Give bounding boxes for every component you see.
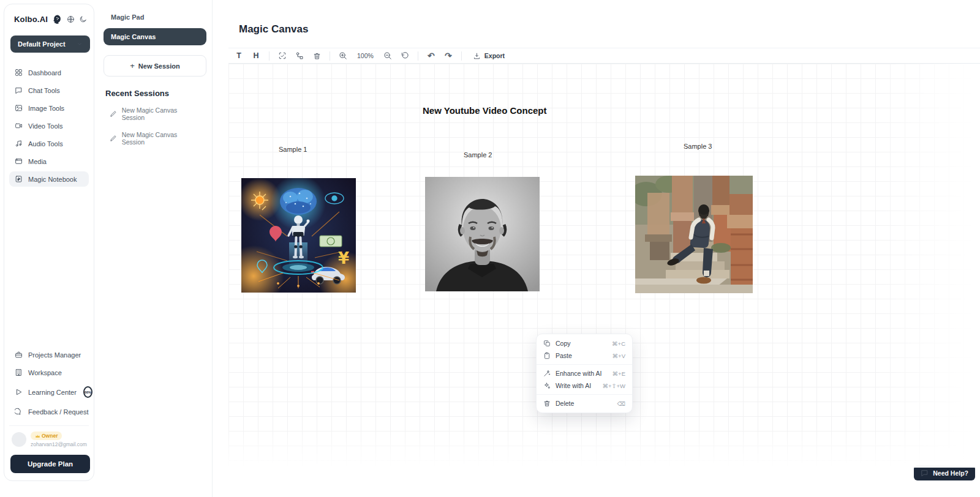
- canvas-text-heading[interactable]: New Youtube Video Concept: [423, 105, 547, 116]
- text-tool[interactable]: T: [232, 50, 246, 62]
- chat-icon: [15, 86, 23, 94]
- undo-icon[interactable]: ↶: [424, 50, 438, 62]
- sidebar-item-feedback[interactable]: Feedback / Request: [9, 404, 89, 419]
- zoom-in-icon[interactable]: [336, 50, 350, 62]
- app-root: Kolbo.AI Default Project Dashboard Chat …: [0, 0, 980, 497]
- logo-row: Kolbo.AI: [9, 14, 89, 24]
- image-icon: [15, 104, 23, 112]
- export-label: Export: [484, 52, 505, 59]
- sidebar-item-media[interactable]: Media: [9, 154, 89, 169]
- sidebar-item-learning-center[interactable]: Learning Center 66%: [9, 383, 89, 402]
- new-session-button[interactable]: + New Session: [104, 55, 206, 77]
- canvas-text-sample-1[interactable]: Sample 1: [279, 146, 307, 153]
- menu-item-label: Delete: [556, 400, 574, 407]
- toolbar-divider: [418, 51, 418, 61]
- menu-divider: [537, 394, 632, 395]
- menu-item-delete[interactable]: Delete ⌫: [537, 397, 632, 409]
- canvas-image-sample-3[interactable]: [635, 176, 753, 293]
- avatar: [12, 432, 26, 447]
- pencil-icon: [110, 135, 117, 142]
- session-panel: Magic Pad Magic Canvas + New Session Rec…: [98, 0, 213, 497]
- menu-item-paste[interactable]: Paste ⌘+V: [537, 349, 632, 362]
- menu-item-label: Write with AI: [556, 382, 591, 389]
- project-selector-label: Default Project: [18, 40, 66, 48]
- new-session-label: New Session: [138, 62, 180, 70]
- canvas-image-sample-2[interactable]: [425, 177, 540, 291]
- menu-item-write-with-ai[interactable]: Write with AI ⌘+⇧+W: [537, 379, 632, 392]
- canvas-toolbar: T H 100% ↶ ↷: [228, 48, 980, 64]
- menu-shortcut: ⌘+E: [612, 370, 625, 377]
- download-icon: [473, 52, 481, 60]
- canvas-text-sample-2[interactable]: Sample 2: [464, 151, 492, 159]
- sidebar-item-label: Learning Center: [28, 389, 77, 396]
- flow-connector-icon[interactable]: [293, 50, 306, 62]
- sidebar-item-label: Chat Tools: [28, 87, 60, 94]
- user-meta: Owner zoharvan12@gmail.com: [31, 432, 86, 447]
- sidebar-item-video-tools[interactable]: Video Tools: [9, 118, 89, 133]
- sidebar-item-projects-manager[interactable]: Projects Manager: [9, 347, 89, 362]
- menu-shortcut: ⌘+V: [612, 353, 625, 359]
- sidebar-item-label: Media: [28, 158, 47, 165]
- session-item-label: New Magic Canvas Session: [122, 106, 200, 121]
- toolbar-divider: [461, 51, 462, 61]
- session-list-item[interactable]: New Magic Canvas Session: [104, 102, 206, 126]
- audio-icon: [15, 140, 23, 148]
- moon-icon[interactable]: [79, 15, 87, 23]
- notebook-icon: [15, 175, 23, 183]
- feedback-bubble-icon: [15, 408, 23, 416]
- redo-icon[interactable]: ↷: [442, 50, 455, 62]
- brand-logo: Kolbo.AI: [14, 15, 48, 24]
- upgrade-plan-button[interactable]: Upgrade Plan: [10, 455, 90, 473]
- sidebar-footer-nav: Projects Manager Workspace Learning Cent…: [9, 347, 89, 419]
- menu-shortcut: ⌘+C: [612, 340, 625, 347]
- briefcase-icon: [15, 351, 23, 359]
- svg-text:¥: ¥: [338, 249, 349, 267]
- need-help-label: Need Help?: [933, 469, 968, 477]
- main-area: Magic Canvas T H 100%: [213, 0, 980, 497]
- sidebar-item-label: Magic Notebook: [28, 176, 77, 183]
- crown-icon: [35, 433, 40, 439]
- toolbar-divider: [330, 51, 330, 61]
- primary-sidebar: Kolbo.AI Default Project Dashboard Chat …: [4, 4, 94, 481]
- heading-tool[interactable]: H: [249, 50, 263, 62]
- building-icon: [15, 368, 23, 376]
- session-item-label: New Magic Canvas Session: [122, 131, 200, 146]
- panel-item-magic-canvas[interactable]: Magic Canvas: [104, 28, 206, 45]
- session-list-item[interactable]: New Magic Canvas Session: [104, 126, 206, 151]
- chevron-down-icon: [77, 41, 83, 47]
- project-selector[interactable]: Default Project: [10, 36, 90, 53]
- sidebar-item-audio-tools[interactable]: Audio Tools: [9, 136, 89, 151]
- canvas-image-sample-1[interactable]: ¥: [241, 178, 356, 293]
- trash-tool-icon[interactable]: [310, 50, 323, 62]
- magic-wand-icon: [543, 370, 551, 377]
- zoom-level[interactable]: 100%: [353, 52, 377, 59]
- canvas-text-sample-3[interactable]: Sample 3: [684, 143, 712, 150]
- sidebar-item-chat-tools[interactable]: Chat Tools: [9, 83, 89, 98]
- sidebar-spacer: [9, 187, 89, 347]
- sidebar-item-dashboard[interactable]: Dashboard: [9, 65, 89, 80]
- menu-item-label: Enhance with AI: [556, 370, 601, 377]
- export-button[interactable]: Export: [468, 50, 510, 62]
- menu-item-copy[interactable]: Copy ⌘+C: [537, 337, 632, 349]
- need-help-button[interactable]: Need Help?: [914, 465, 975, 480]
- owner-badge: Owner: [31, 432, 62, 440]
- globe-icon[interactable]: [67, 15, 75, 23]
- zoom-out-icon[interactable]: [381, 50, 394, 62]
- sidebar-item-label: Workspace: [28, 369, 62, 376]
- video-icon: [15, 122, 23, 130]
- user-account-row[interactable]: Owner zoharvan12@gmail.com: [9, 425, 89, 452]
- auto-select-icon[interactable]: [276, 50, 289, 62]
- sidebar-item-magic-notebook[interactable]: Magic Notebook: [9, 171, 89, 187]
- sidebar-item-workspace[interactable]: Workspace: [9, 365, 89, 380]
- menu-item-enhance-with-ai[interactable]: Enhance with AI ⌘+E: [537, 367, 632, 379]
- magic-canvas-grid[interactable]: New Youtube Video Concept Sample 1 Sampl…: [228, 64, 980, 468]
- sidebar-item-label: Projects Manager: [28, 351, 81, 359]
- panel-item-magic-pad[interactable]: Magic Pad: [104, 9, 206, 26]
- sidebar-item-label: Video Tools: [28, 122, 62, 130]
- sidebar-nav: Dashboard Chat Tools Image Tools Video T…: [9, 65, 89, 187]
- sidebar-item-image-tools[interactable]: Image Tools: [9, 100, 89, 116]
- learning-progress-badge: 66%: [83, 386, 92, 398]
- reset-rotate-icon[interactable]: [398, 50, 412, 62]
- sidebar-item-label: Feedback / Request: [28, 408, 88, 416]
- sidebar-item-label: Dashboard: [28, 69, 61, 77]
